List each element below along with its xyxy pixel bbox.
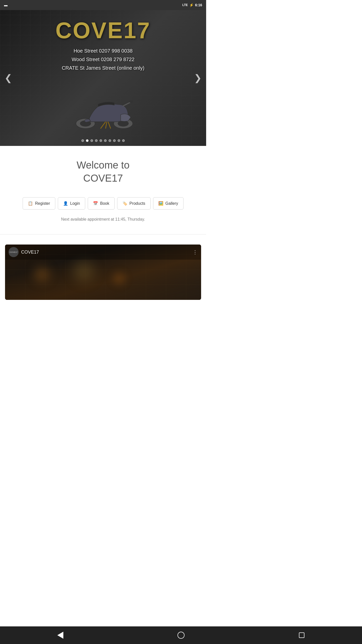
register-button[interactable]: 📋 Register [23,197,55,210]
svg-line-4 [123,102,131,106]
register-icon: 📋 [28,201,33,206]
carousel-dot-5[interactable] [100,139,102,142]
lte-icon: LTE [182,3,188,7]
svg-line-6 [101,122,106,129]
products-label: Products [129,201,145,206]
register-label: Register [35,201,50,206]
carousel-dot-2[interactable] [86,139,88,142]
carousel-prev-button[interactable]: ❮ [3,71,14,85]
products-button[interactable]: 🏷️ Products [117,197,151,210]
carousel-dot-9[interactable] [118,139,120,142]
gallery-button[interactable]: 🖼️ Gallery [153,197,184,210]
svg-point-5 [129,100,133,103]
login-button[interactable]: 👤 Login [58,197,85,210]
status-bar: ▬ LTE ⚡ 6:16 [0,0,206,10]
carousel-dot-10[interactable] [122,139,125,142]
products-icon: 🏷️ [122,201,127,206]
welcome-section: Welcome toCOVE17 [0,146,206,192]
video-channel-name: COVE17 [21,250,39,255]
login-icon: 👤 [63,201,68,206]
carousel-dot-4[interactable] [95,139,98,142]
appointment-info: Next available appointment at 11:45, Thu… [0,215,206,229]
carousel-dot-3[interactable] [90,139,93,142]
carousel-dot-8[interactable] [113,139,116,142]
clock: 6:16 [195,3,202,7]
video-player[interactable]: COVE17 COVE17 ⋮ [5,245,201,300]
login-label: Login [70,201,80,206]
carousel-dot-6[interactable] [104,139,107,142]
hero-address: Hoe Street 0207 998 0038 Wood Street 020… [62,47,145,72]
nav-buttons: 📋 Register 👤 Login 📅 Book 🏷️ Products 🖼️… [0,192,206,215]
book-label: Book [100,201,109,206]
hero-brand-title: COVE17 [55,18,151,44]
sim-icon: ▬ [4,3,8,7]
video-channel-avatar: COVE17 [9,247,19,257]
carousel-dot-1[interactable] [81,139,84,142]
book-icon: 📅 [93,201,98,206]
hero-scooter-image [70,85,136,131]
svg-line-7 [108,122,111,129]
battery-icon: ⚡ [189,3,194,7]
carousel-dots [81,139,125,142]
welcome-title: Welcome toCOVE17 [5,158,201,185]
gallery-icon: 🖼️ [158,201,163,206]
carousel-next-button[interactable]: ❯ [192,71,204,85]
book-button[interactable]: 📅 Book [88,197,114,210]
hero-carousel: COVE17 Hoe Street 0207 998 0038 Wood Str… [0,10,206,146]
carousel-dot-7[interactable] [109,139,111,142]
hero-content: COVE17 Hoe Street 0207 998 0038 Wood Str… [0,10,206,146]
video-channel-info: COVE17 COVE17 [9,247,39,257]
svg-line-8 [106,122,107,129]
section-divider [0,234,206,234]
video-menu-button[interactable]: ⋮ [193,249,198,255]
gallery-label: Gallery [165,201,178,206]
video-section: COVE17 COVE17 ⋮ [0,239,206,300]
video-header: COVE17 COVE17 ⋮ [5,245,201,260]
